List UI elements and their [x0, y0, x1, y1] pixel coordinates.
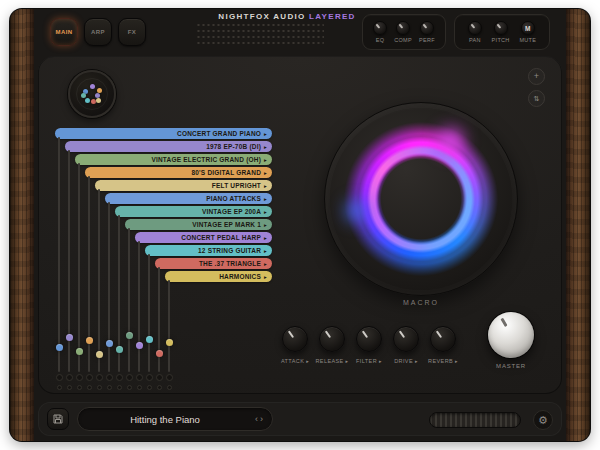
reverb-knob[interactable]: [430, 326, 456, 352]
preset-nav: ‹ ›: [255, 408, 263, 430]
header-control-comp: COMP: [394, 21, 412, 43]
pitch-knob[interactable]: [494, 21, 508, 35]
main-panel: + ⇅ CONCERT GRAND PIANO▸1978 EP-70B (DI)…: [38, 56, 562, 394]
pan-knob-label: PAN: [469, 37, 481, 43]
settings-button[interactable]: ⚙: [533, 410, 553, 430]
tab-fx[interactable]: FX: [118, 18, 146, 46]
header-control-pan: PAN: [468, 21, 482, 43]
knob-expand-arrow-icon: ▸: [379, 358, 382, 364]
preset-prev-button[interactable]: ‹: [255, 414, 258, 424]
header-knob-group-right: PANPITCHMMUTE: [454, 14, 550, 50]
comp-knob[interactable]: [396, 21, 410, 35]
header-control-perf: PERF: [419, 21, 435, 43]
pan-knob[interactable]: [468, 21, 482, 35]
master-knob[interactable]: [488, 312, 534, 358]
perf-knob-label: PERF: [419, 37, 435, 43]
wood-panel-left: [10, 9, 34, 441]
filter-knob[interactable]: [356, 326, 382, 352]
header-control-mute: MMUTE: [519, 21, 536, 43]
knob-expand-arrow-icon: ▸: [455, 358, 458, 364]
preset-next-button[interactable]: ›: [260, 414, 263, 424]
header-control-pitch: PITCH: [492, 21, 510, 43]
save-preset-button[interactable]: [47, 408, 69, 430]
master-label: MASTER: [488, 363, 534, 369]
header: MAINARPFX NIGHTFOX AUDIO LAYERED EQCOMPP…: [10, 9, 590, 56]
mute-knob-label: MUTE: [519, 37, 536, 43]
header-control-eq: EQ: [373, 21, 387, 43]
pitch-knob-label: PITCH: [492, 37, 510, 43]
header-knob-group-left: EQCOMPPERF: [362, 14, 446, 50]
footer: Hitting the Piano ‹ › ⚙: [38, 402, 562, 436]
tab-arp[interactable]: ARP: [84, 18, 112, 46]
wood-panel-right: [566, 9, 590, 441]
footer-slider[interactable]: [429, 412, 521, 428]
attack-knob[interactable]: [282, 326, 308, 352]
macro-knob-row: ATTACK ▸RELEASE ▸FILTER ▸DRIVE ▸REVERB ▸: [38, 56, 562, 394]
mute-letter: M: [522, 22, 534, 34]
reverb-knob-label: REVERB ▸: [421, 358, 465, 364]
tab-main[interactable]: MAIN: [50, 18, 78, 46]
app-title: NIGHTFOX AUDIO LAYERED: [187, 12, 387, 21]
comp-knob-label: COMP: [394, 37, 412, 43]
preset-name: Hitting the Piano: [88, 408, 242, 430]
eq-knob[interactable]: [373, 21, 387, 35]
drive-knob[interactable]: [393, 326, 419, 352]
brand-name: NIGHTFOX AUDIO: [218, 12, 305, 21]
speaker-grille: [196, 22, 324, 46]
plugin-window: MAINARPFX NIGHTFOX AUDIO LAYERED EQCOMPP…: [10, 9, 590, 441]
mute-knob[interactable]: M: [521, 21, 535, 35]
gear-icon: ⚙: [538, 415, 548, 426]
knob-expand-arrow-icon: ▸: [306, 358, 309, 364]
floppy-icon: [52, 413, 64, 425]
release-knob[interactable]: [319, 326, 345, 352]
knob-expand-arrow-icon: ▸: [415, 358, 418, 364]
perf-knob[interactable]: [420, 21, 434, 35]
brand-accent: LAYERED: [309, 12, 356, 21]
eq-knob-label: EQ: [376, 37, 385, 43]
preset-selector[interactable]: Hitting the Piano ‹ ›: [77, 407, 273, 431]
